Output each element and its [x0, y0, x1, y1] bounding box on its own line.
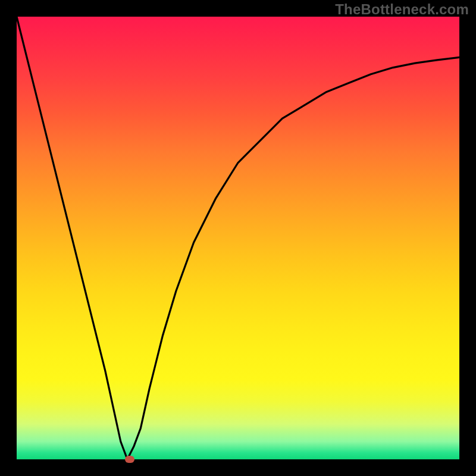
- chart-frame: TheBottleneck.com: [0, 0, 476, 476]
- bottleneck-curve: [17, 17, 459, 459]
- curve-layer: [17, 17, 459, 459]
- optimum-marker: [125, 456, 134, 463]
- attribution-label: TheBottleneck.com: [335, 1, 469, 18]
- plot-area: [17, 17, 459, 459]
